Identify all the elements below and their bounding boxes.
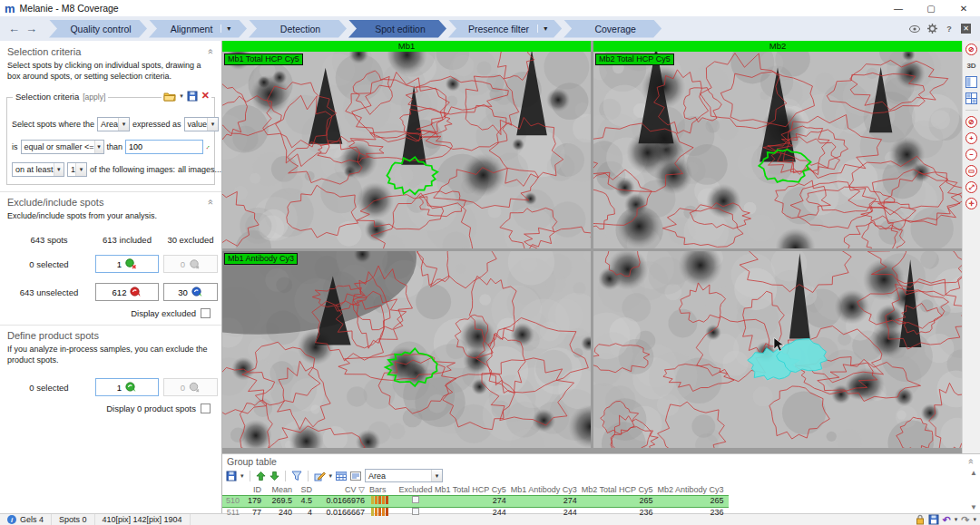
display-excluded-checkbox[interactable] xyxy=(201,308,211,318)
lock-icon[interactable] xyxy=(916,514,925,525)
collapse-section-icon[interactable]: » xyxy=(205,49,214,54)
gel-panel-mb1-antibody[interactable]: Mb1 Antibody Cy3 xyxy=(222,251,591,448)
include-unselected-button[interactable]: 612 xyxy=(95,283,159,301)
col-mb1-total[interactable]: Mb1 Total HCP Cy5 xyxy=(435,484,511,495)
cell-excluded[interactable] xyxy=(397,507,435,519)
col-sd[interactable]: SD xyxy=(297,484,317,495)
table-row-510[interactable]: 510 179 269.5 4.5 0.0166976 274 274 265 … xyxy=(222,495,729,507)
chevron-down-icon[interactable]: ▾ xyxy=(973,516,976,523)
table-row-511[interactable]: 511 77 240 4 0.0166667 244 244 236 236 xyxy=(222,507,729,519)
save-project-icon[interactable] xyxy=(928,514,939,525)
zoom-out-icon[interactable]: − xyxy=(965,148,979,161)
zoom-in-icon[interactable]: + xyxy=(965,131,979,145)
chevron-down-icon[interactable]: ▾ xyxy=(537,24,547,33)
images-picker-link[interactable]: all images... xyxy=(178,165,221,174)
tab-detection[interactable]: Detection xyxy=(249,20,347,38)
include-selected-button[interactable]: 1 xyxy=(95,255,159,273)
open-folder-icon[interactable] xyxy=(163,91,176,102)
chevron-down-icon[interactable]: ▾ xyxy=(180,92,183,100)
zoom-off-icon[interactable]: ⊘ xyxy=(965,115,979,129)
zoom-full-icon[interactable]: ✛ xyxy=(965,197,979,210)
cell-excluded[interactable] xyxy=(397,495,435,507)
apply-link[interactable]: [apply] xyxy=(83,92,105,102)
threshold-input[interactable] xyxy=(125,140,203,154)
gel-panel-mb2-total[interactable]: Mb2 Total HCP Cy5 xyxy=(593,52,962,248)
col-bars[interactable]: Bars xyxy=(369,484,397,495)
undo-icon[interactable]: ↶ xyxy=(943,515,951,524)
chevron-down-icon[interactable]: ▾ xyxy=(94,141,103,153)
eye-icon[interactable] xyxy=(909,24,920,34)
quantifier-select[interactable]: on at least ▾ xyxy=(12,162,64,177)
gel-panel-mb2-antibody[interactable] xyxy=(593,251,962,448)
table-view-icon[interactable] xyxy=(336,471,347,481)
chevron-down-icon[interactable]: ▾ xyxy=(240,472,244,480)
scroll-up-icon[interactable]: ▲ xyxy=(970,469,977,477)
exclude-selected-button[interactable]: 0 xyxy=(163,255,218,273)
gel-image[interactable] xyxy=(222,251,591,448)
zoom-selection-icon[interactable]: ▭ xyxy=(965,164,979,178)
maximize-button[interactable]: ▢ xyxy=(915,4,947,14)
col-id[interactable]: ID xyxy=(244,484,266,495)
col-excluded[interactable]: Excluded xyxy=(397,484,435,495)
chevron-down-icon[interactable]: ▾ xyxy=(207,118,218,131)
forward-icon[interactable]: → xyxy=(25,22,37,35)
chevron-down-icon[interactable]: ▾ xyxy=(431,470,442,481)
count-select[interactable]: 1 ▾ xyxy=(67,162,87,177)
unset-product-spot-button[interactable]: 0 xyxy=(163,378,218,396)
excluded-checkbox[interactable] xyxy=(412,496,419,503)
collapse-section-icon[interactable]: » xyxy=(205,199,214,205)
close-button[interactable]: ✕ xyxy=(947,4,980,14)
exclude-unselected-button[interactable]: 30 xyxy=(163,283,218,301)
filter-icon[interactable] xyxy=(291,471,302,481)
save-table-icon[interactable] xyxy=(226,471,237,481)
zoom-fit-icon[interactable]: ⤢ xyxy=(965,180,979,194)
display-product-spots-checkbox[interactable] xyxy=(201,403,211,413)
gear-icon[interactable] xyxy=(926,24,937,34)
layout-panels-icon[interactable] xyxy=(965,75,979,89)
tab-presence-filter[interactable]: Presence filter ▾ xyxy=(448,20,562,38)
move-up-icon[interactable] xyxy=(256,471,266,481)
measure-select[interactable]: Area ▾ xyxy=(365,469,443,482)
set-product-spot-button[interactable]: 1 xyxy=(95,378,159,396)
close-panel-icon[interactable]: ✕ xyxy=(961,24,971,34)
collapse-table-icon[interactable]: » xyxy=(965,458,975,463)
move-down-icon[interactable] xyxy=(270,471,279,481)
edit-columns-icon[interactable] xyxy=(314,471,326,481)
tab-alignment[interactable]: Alignment ▾ xyxy=(149,20,247,38)
scroll-down-icon[interactable]: ▼ xyxy=(970,503,977,511)
tab-quality-control[interactable]: Quality control xyxy=(49,20,147,38)
back-icon[interactable]: ← xyxy=(8,22,20,35)
chevron-down-icon[interactable]: ▾ xyxy=(220,24,230,33)
tab-spot-edition[interactable]: Spot edition xyxy=(348,20,446,38)
grid-layout-icon[interactable] xyxy=(965,92,979,105)
field-select[interactable]: Area ▾ xyxy=(97,117,130,131)
redo-icon[interactable]: ↷ xyxy=(961,515,969,524)
chevron-down-icon[interactable]: ▾ xyxy=(75,163,86,176)
col-rownum[interactable] xyxy=(222,484,244,495)
pick-value-icon[interactable] xyxy=(206,141,210,153)
gel-image[interactable] xyxy=(593,52,962,248)
tab-coverage[interactable]: Coverage xyxy=(564,20,662,38)
gel-panel-mb1-total[interactable]: Mb1 Total HCP Cy5 xyxy=(222,52,591,248)
chevron-down-icon[interactable]: ▾ xyxy=(118,118,129,131)
gel-image[interactable] xyxy=(222,52,591,248)
mode-select[interactable]: value ▾ xyxy=(184,117,220,131)
save-criteria-icon[interactable] xyxy=(187,91,198,102)
col-mb2-total[interactable]: Mb2 Total HCP Cy5 xyxy=(582,484,658,495)
chevron-down-icon[interactable]: ▾ xyxy=(329,472,333,480)
minimize-button[interactable]: — xyxy=(882,4,915,14)
col-mb1-antibody[interactable]: Mb1 Antibody Cy3 xyxy=(511,484,582,495)
gel-image[interactable] xyxy=(593,251,962,448)
chevron-down-icon[interactable]: ▾ xyxy=(955,516,958,523)
view-3d-icon[interactable]: 3D xyxy=(965,59,979,73)
excluded-checkbox[interactable] xyxy=(412,508,419,515)
help-icon[interactable]: ? xyxy=(944,24,955,34)
operator-select[interactable]: equal or smaller <= ▾ xyxy=(21,140,104,154)
col-cv[interactable]: CV ▽ xyxy=(317,484,369,495)
col-mean[interactable]: Mean xyxy=(266,484,297,495)
delete-criteria-icon[interactable]: ✕ xyxy=(201,90,210,102)
col-mb2-antibody[interactable]: Mb2 Antibody Cy3 xyxy=(657,484,728,495)
pointer-mode-icon[interactable]: ⊘ xyxy=(965,43,979,56)
chevron-down-icon[interactable]: ▾ xyxy=(54,163,64,176)
properties-view-icon[interactable] xyxy=(350,471,361,481)
